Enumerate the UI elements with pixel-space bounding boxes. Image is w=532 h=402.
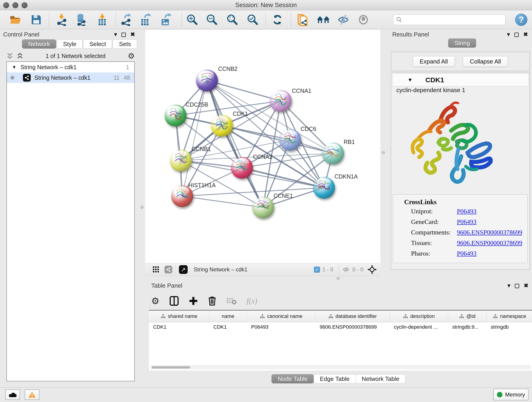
network-row-selected[interactable]: String Network – cdk1 11 48 [7, 72, 134, 83]
show-columns-icon[interactable] [170, 296, 179, 306]
crosslink-link[interactable]: P06493 [457, 208, 476, 215]
expand-all-networks-icon[interactable] [17, 52, 23, 60]
import-network-file-button[interactable] [55, 13, 69, 26]
zoom-out-button[interactable] [205, 13, 219, 26]
network-collection-row[interactable]: ▼ String Network – cdk1 1 [7, 62, 134, 72]
tab-network-table[interactable]: Network Table [355, 374, 405, 383]
column-header-namespace[interactable]: namespace [487, 311, 532, 322]
table-panel-menu-icon[interactable]: ▾ [507, 282, 510, 289]
memory-label: Memory [505, 391, 525, 398]
control-panel-tab-network[interactable]: Network [22, 39, 56, 49]
column-header--id[interactable]: @id [448, 311, 487, 322]
gene-expander-icon[interactable]: ▼ [408, 77, 413, 83]
edge-CDK1-RB1[interactable] [222, 126, 333, 153]
crosslink-link[interactable]: P06493 [457, 218, 476, 225]
column-header-canonical-name[interactable]: canonical name [247, 311, 316, 322]
node-CDC25B[interactable] [165, 104, 186, 127]
string-toolbar-icon[interactable] [165, 266, 172, 274]
column-header-name[interactable]: name [209, 311, 247, 322]
bottom-splitter-handle[interactable] [336, 277, 340, 280]
crosslink-link[interactable]: P06493 [457, 250, 476, 257]
node-CDKN1A[interactable] [313, 177, 335, 199]
save-session-button[interactable] [29, 13, 43, 26]
table-cell[interactable]: cyclin-dependent ... [390, 322, 448, 332]
hide-glass-button[interactable] [336, 13, 351, 26]
left-splitter-handle[interactable] [140, 206, 144, 209]
export-network-button[interactable] [119, 13, 133, 26]
collapse-all-networks-icon[interactable] [6, 52, 13, 60]
control-panel-tab-style[interactable]: Style [57, 39, 82, 49]
right-splitter-handle[interactable] [382, 151, 385, 154]
table-horizontal-scrollbar[interactable] [150, 365, 531, 369]
table-cell[interactable]: CDK1 [149, 322, 209, 332]
control-panel-close-icon[interactable]: ✖ [130, 31, 135, 38]
node-CCNB1[interactable] [170, 149, 192, 172]
open-in-window-icon[interactable]: ↗ [179, 265, 188, 274]
table-panel-close-icon[interactable]: ✖ [524, 282, 528, 289]
node-RB1[interactable] [322, 142, 344, 164]
table-cell[interactable]: stringdb:9... [448, 322, 487, 332]
table-cell[interactable]: stringdb [487, 322, 532, 332]
column-header-shared-name[interactable]: shared name [149, 311, 209, 322]
zoom-fit-button[interactable] [225, 13, 239, 26]
network-selection-status: 1 of 1 Network selected [23, 53, 128, 59]
node-CDK1[interactable] [211, 115, 233, 137]
control-panel-float-icon[interactable]: ▢ [121, 31, 126, 38]
control-panel-tab-sets[interactable]: Sets [113, 39, 137, 49]
table-cell[interactable]: P06493 [247, 322, 316, 332]
string-homes-button[interactable] [316, 13, 330, 26]
birdseye-grid-icon[interactable] [152, 266, 159, 273]
column-header-description[interactable]: description [390, 311, 448, 322]
tab-edge-table[interactable]: Edge Table [314, 374, 355, 383]
zoom-in-button[interactable] [185, 13, 199, 26]
node-CCNE1[interactable] [252, 196, 274, 218]
show-glass-button[interactable] [356, 13, 370, 26]
results-tab-string[interactable]: String [448, 38, 477, 48]
node-CCNB2[interactable] [196, 70, 218, 91]
table-settings-gear-icon[interactable]: ⚙ [151, 296, 159, 306]
network-view-canvas[interactable]: CCNB2CCNA1CDC25BCDK1CDC6RB1CCNB1CCNA2CDK… [145, 30, 380, 263]
node-CCNA2[interactable] [231, 157, 253, 179]
help-button[interactable]: ? [515, 13, 527, 26]
zoom-selected-button[interactable] [246, 13, 260, 26]
scrollbar-thumb[interactable] [152, 366, 190, 369]
network-options-gear-icon[interactable]: ⚙ [128, 51, 135, 61]
control-panel-tab-select[interactable]: Select [83, 39, 112, 49]
memory-button[interactable]: Memory [493, 389, 529, 400]
edge-HIST1H1A-CCNE1[interactable] [182, 196, 263, 207]
add-column-plus-icon[interactable] [189, 296, 198, 306]
table-panel-float-icon[interactable]: ▢ [514, 282, 520, 289]
column-header-database-identifier[interactable]: database identifier [316, 311, 390, 322]
import-network-database-button[interactable] [74, 13, 88, 26]
crosslink-link[interactable]: 9606.ENSP00000378699 [457, 229, 522, 236]
clone-network-button[interactable] [296, 13, 310, 26]
search-input[interactable] [402, 16, 499, 23]
crosslink-link[interactable]: 9606.ENSP00000378699 [457, 239, 522, 247]
fit-selection-crosshair-icon[interactable] [367, 265, 377, 274]
node-CDC6[interactable] [279, 129, 301, 151]
control-panel-menu-icon[interactable]: ▾ [114, 31, 117, 38]
tab-node-table[interactable]: Node Table [272, 374, 314, 383]
gene-section-header[interactable]: ▼ CDK1 [392, 73, 529, 86]
node-gloss [317, 178, 331, 186]
export-image-button[interactable] [159, 13, 173, 26]
expand-all-button[interactable]: Expand All [413, 56, 455, 67]
collapse-all-button[interactable]: Collapse All [463, 56, 508, 67]
table-cell[interactable]: 9606.ENSP00000378699 [316, 322, 390, 332]
delete-column-trash-icon[interactable] [208, 296, 216, 306]
warnings-button[interactable] [25, 389, 39, 400]
edge-CCNB2-HIST1H1A[interactable] [182, 80, 207, 196]
selected-nodes-checkbox[interactable]: ✓ [314, 267, 320, 273]
node-CCNA1[interactable] [270, 90, 292, 112]
results-panel-close-icon[interactable]: ✖ [523, 31, 528, 38]
open-session-button[interactable] [8, 13, 23, 26]
results-panel-menu-icon[interactable]: ▾ [507, 31, 510, 38]
import-table-file-button[interactable] [95, 13, 109, 26]
collection-expander-icon[interactable]: ▼ [12, 65, 17, 70]
export-table-button[interactable] [138, 13, 152, 26]
results-panel-float-icon[interactable]: ▢ [514, 31, 519, 38]
table-row[interactable]: CDK1CDK1P064939606.ENSP00000378699cyclin… [149, 322, 532, 332]
table-cell[interactable]: CDK1 [209, 322, 247, 332]
cloud-status-button[interactable] [5, 389, 20, 400]
refresh-button[interactable] [270, 13, 285, 26]
